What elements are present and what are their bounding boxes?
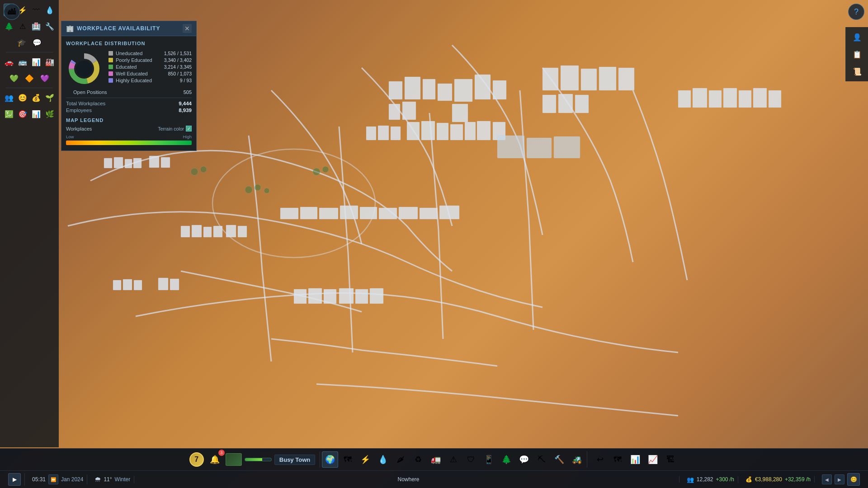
left-sidebar: 🏘 ⚡ 〰 💧 🌲 ⚠ 🏥 🔧 🎓 💬 🚗 🚌 📊 🏭 💚 🔶 💜 👥 😊 💰 … [0, 0, 59, 447]
sidebar-icon-nature[interactable]: 🌲 [4, 20, 14, 33]
sidebar-icon-overview[interactable]: 📊 [31, 108, 42, 120]
speed-button[interactable]: ⏩ [48, 474, 58, 484]
panel-body: WORKPLACE DISTRIBUTION [61, 36, 196, 150]
sidebar-icon-leafy[interactable]: 🌿 [44, 108, 55, 120]
sidebar-icon-tools[interactable]: 🔧 [44, 20, 55, 33]
city-icon: 🏙 [8, 7, 16, 17]
rs-icon-list[interactable]: 📋 [849, 47, 865, 62]
legend-highly: Highly Educated 9 / 93 [108, 78, 192, 83]
panel-title: 🏢 WORKPLACE AVAILABILITY [66, 25, 160, 32]
terrain-color-checkbox[interactable]: ✓ [186, 126, 192, 131]
legend-uneducated: Uneducated 1,526 / 1,531 [108, 51, 192, 56]
legend-value-uneducated: 1,526 / 1,531 [164, 51, 192, 56]
tb-fire-icon[interactable]: 🌶 [392, 451, 409, 468]
nav-right-button[interactable]: ▶ [835, 474, 844, 484]
sidebar-icon-parks[interactable]: 💚 [8, 72, 20, 84]
sidebar-icon-environment[interactable]: 🌱 [44, 91, 55, 104]
time-section: 05:31 ⏩ Jan 2024 [28, 474, 87, 484]
sidebar-icon-roads[interactable]: 🚗 [4, 56, 14, 68]
tb-chart-icon[interactable]: 📊 [627, 451, 643, 468]
legend-dot-educated [108, 65, 113, 69]
help-question-icon: ? [854, 7, 859, 17]
sidebar-icon-goals[interactable]: 🎯 [17, 108, 28, 120]
happiness-icon[interactable]: 😊 [847, 473, 860, 486]
xp-fill [245, 458, 262, 461]
help-icon[interactable]: ? [848, 4, 864, 20]
legend-dot-well [108, 71, 113, 76]
tb-nature-icon[interactable]: 🌲 [498, 451, 514, 468]
sidebar-icon-population[interactable]: 👥 [4, 91, 14, 104]
sidebar-icon-industry[interactable]: 🏭 [44, 56, 55, 68]
tb-transport-icon[interactable]: 🚛 [428, 451, 444, 468]
legend-educated: Educated 3,214 / 3,345 [108, 64, 192, 70]
tb-recycle-icon[interactable]: ♻ [410, 451, 426, 468]
population-count: 12,282 [697, 476, 713, 483]
legend-label-uneducated: Uneducated [116, 51, 161, 56]
tb-alert-icon[interactable]: ⚠ [445, 451, 462, 468]
tb-water-icon[interactable]: 💧 [375, 451, 391, 468]
sidebar-icon-water[interactable]: 〰 [31, 4, 42, 16]
money-amount: €3,988,280 [755, 476, 782, 483]
legend-value-highly: 9 / 93 [180, 78, 192, 83]
date-display: Jan 2024 [61, 476, 83, 483]
city-info-section: 7 🔔 3 Busy Town [189, 451, 320, 468]
sidebar-icon-health[interactable]: 🏥 [31, 20, 42, 33]
money-change: +32,359 /h [785, 476, 811, 483]
xp-bar [245, 458, 272, 461]
sidebar-icon-services[interactable]: 🔶 [23, 72, 36, 84]
tb-map2-icon[interactable]: 🗺 [609, 451, 626, 468]
location-section: Nowhere [138, 476, 679, 483]
season: Winter [115, 476, 131, 483]
tb-pickaxe-icon[interactable]: ⛏ [533, 451, 550, 468]
tb-terrain-icon[interactable]: 🌍 [322, 451, 338, 468]
city-overview-icon[interactable]: 🏙 [4, 4, 20, 20]
donut-chart [66, 51, 102, 87]
sidebar-divider-2 [6, 88, 53, 88]
level-badge: 7 [189, 452, 204, 467]
tb-undo-icon[interactable]: ↩ [592, 451, 608, 468]
legend-poorly: Poorly Educated 3,340 / 3,402 [108, 57, 192, 63]
tb-hammer-icon[interactable]: 🔨 [551, 451, 567, 468]
city-thumbnail [226, 453, 242, 466]
nav-left-button[interactable]: ◀ [822, 474, 832, 484]
notification-count: 3 [218, 450, 225, 456]
terrain-color-toggle[interactable]: Terrain color ✓ [158, 126, 192, 131]
sidebar-icon-hazard[interactable]: ⚠ [17, 20, 28, 33]
sidebar-icon-happiness[interactable]: 😊 [17, 91, 28, 104]
tb-map-icon[interactable]: 🗺 [340, 451, 356, 468]
panel-title-icon: 🏢 [66, 25, 74, 32]
right-sidebar: 👤 📋 📜 [845, 27, 868, 81]
sidebar-row-5: 💚 🔶 💜 [0, 70, 59, 86]
population-icon: 👥 [687, 476, 694, 483]
panel-title-text: WORKPLACE AVAILABILITY [77, 25, 160, 32]
temperature: 11° [104, 476, 112, 483]
sidebar-icon-economy[interactable]: 💰 [31, 91, 42, 104]
map-legend-title: MAP LEGEND [66, 117, 192, 123]
sidebar-icon-transit[interactable]: 🚌 [17, 56, 28, 68]
tb-electricity-icon[interactable]: ⚡ [357, 451, 373, 468]
rs-icon-profile[interactable]: 👤 [849, 29, 865, 45]
tb-trending-icon[interactable]: 📈 [645, 451, 661, 468]
sidebar-icon-water2[interactable]: 💧 [44, 4, 55, 16]
sidebar-icon-comms[interactable]: 💬 [31, 36, 43, 49]
distribution-title: WORKPLACE DISTRIBUTION [66, 41, 192, 46]
rs-icon-scroll[interactable]: 📜 [849, 64, 865, 79]
tb-mobile-icon[interactable]: 📱 [481, 451, 497, 468]
legend-label-educated: Educated [116, 64, 161, 70]
sidebar-icon-stats[interactable]: 📊 [31, 56, 42, 68]
distribution-content: Uneducated 1,526 / 1,531 Poorly Educated… [66, 51, 192, 87]
tb-build-icon[interactable]: 🏗 [662, 451, 679, 468]
play-button[interactable]: ▶ [8, 473, 21, 486]
tb-message-icon[interactable]: 💬 [516, 451, 532, 468]
total-workplaces-row: Total Workplaces 9,444 [66, 101, 192, 106]
tb-tractor-icon[interactable]: 🚜 [569, 451, 585, 468]
terrain-color-label: Terrain color [158, 126, 184, 131]
sidebar-icon-education[interactable]: 🎓 [15, 36, 28, 49]
employees-value: 8,939 [179, 108, 192, 113]
sidebar-icon-trends[interactable]: 💹 [4, 108, 14, 120]
location-name: Nowhere [398, 476, 420, 483]
tb-shield-icon[interactable]: 🛡 [463, 451, 479, 468]
sidebar-icon-unique[interactable]: 💜 [38, 72, 51, 84]
sidebar-row-7: 💹 🎯 📊 🌿 [0, 106, 59, 122]
panel-close-button[interactable]: ✕ [183, 24, 192, 33]
